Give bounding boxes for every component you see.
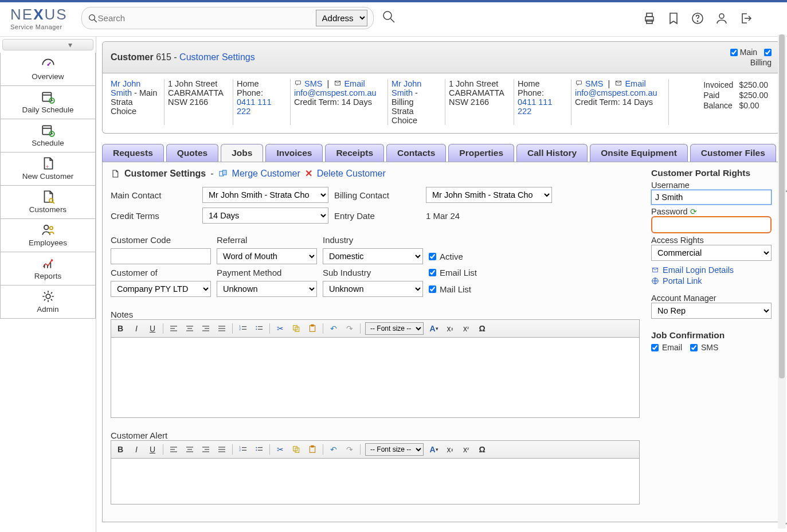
industry-select[interactable]: Domestic — [323, 248, 423, 264]
billing-contact-select[interactable]: Mr John Smith - Strata Cho — [426, 187, 552, 203]
main-email-addr[interactable]: info@cmspest.com.au — [294, 88, 384, 97]
align-right-icon[interactable] — [200, 444, 212, 455]
chk-main[interactable] — [730, 49, 738, 56]
superscript-icon[interactable]: x² — [460, 323, 472, 334]
paste-icon[interactable] — [307, 323, 318, 334]
refresh-icon[interactable]: ⟳ — [690, 207, 697, 216]
delete-customer-link[interactable]: Delete Customer — [317, 169, 386, 179]
align-justify-icon[interactable] — [216, 444, 228, 455]
bold-icon[interactable]: B — [115, 444, 126, 455]
account-manager-select[interactable]: No Rep — [651, 303, 772, 319]
payment-method-select[interactable]: Unknown — [217, 281, 317, 297]
bold-icon[interactable]: B — [115, 323, 126, 334]
main-sms-link[interactable]: SMS — [304, 79, 322, 88]
customer-code-input[interactable] — [111, 248, 211, 264]
portal-link[interactable]: Portal Link — [651, 276, 772, 285]
access-rights-select[interactable]: Commercial — [651, 245, 772, 261]
underline-icon[interactable]: U — [147, 444, 158, 455]
notes-editor[interactable] — [111, 338, 640, 418]
tab-receipts[interactable]: Receipts — [325, 144, 384, 162]
underline-icon[interactable]: U — [147, 323, 158, 334]
tab-call-history[interactable]: Call History — [516, 144, 588, 162]
subscript-icon[interactable]: x₂ — [444, 444, 456, 455]
numbered-list-icon[interactable]: 12 — [237, 444, 249, 455]
sidebar-item-admin[interactable]: Admin — [0, 285, 96, 319]
user-icon[interactable] — [715, 11, 729, 25]
align-center-icon[interactable] — [184, 323, 195, 334]
cut-icon[interactable]: ✂ — [275, 444, 286, 455]
billing-sms-link[interactable]: SMS — [585, 79, 603, 88]
email-login-link[interactable]: Email Login Details — [651, 265, 772, 275]
subscript-icon[interactable]: x₂ — [444, 323, 456, 334]
redo-icon[interactable]: ↷ — [344, 444, 355, 455]
font-color-icon[interactable]: A▾ — [428, 444, 440, 455]
credit-terms-select[interactable]: 14 Days — [202, 208, 328, 224]
superscript-icon[interactable]: x² — [460, 444, 472, 455]
customer-of-select[interactable]: Company PTY LTD — [111, 281, 211, 297]
numbered-list-icon[interactable]: 12 — [237, 323, 249, 334]
sidebar-item-new-customer[interactable]: + New Customer — [0, 152, 96, 186]
sub-industry-select[interactable]: Unknown — [323, 281, 423, 297]
sidebar-item-customers[interactable]: Customers — [0, 186, 96, 219]
special-char-icon[interactable]: Ω — [476, 444, 488, 455]
main-email-link[interactable]: Email — [344, 79, 365, 88]
customer-settings-link[interactable]: Customer Settings — [179, 52, 255, 62]
font-color-icon[interactable]: A▾ — [428, 323, 440, 334]
special-char-icon[interactable]: Ω — [476, 323, 488, 334]
alert-font-size-select[interactable]: -- Font size -- — [365, 443, 424, 456]
billing-email-link[interactable]: Email — [625, 79, 645, 88]
bullet-list-icon[interactable] — [253, 444, 265, 455]
billing-phone-link[interactable]: 0411 111 222 — [518, 97, 567, 116]
tab-contacts[interactable]: Contacts — [386, 144, 446, 162]
sidebar-item-daily-schedule[interactable]: Daily Schedule — [0, 86, 96, 119]
bookmark-icon[interactable] — [667, 11, 680, 25]
paste-icon[interactable] — [307, 444, 318, 455]
chk-email-list[interactable] — [429, 269, 436, 276]
copy-icon[interactable] — [291, 444, 302, 455]
logout-icon[interactable] — [739, 11, 753, 25]
chk-conf-email[interactable] — [651, 344, 659, 351]
italic-icon[interactable]: I — [131, 444, 142, 455]
cut-icon[interactable]: ✂ — [275, 323, 286, 334]
align-justify-icon[interactable] — [216, 323, 228, 334]
search-type-select[interactable]: Address — [316, 10, 367, 26]
align-left-icon[interactable] — [168, 444, 179, 455]
print-icon[interactable] — [643, 11, 656, 25]
tab-jobs[interactable]: Jobs — [221, 144, 263, 162]
sidebar-item-reports[interactable]: Reports — [0, 252, 96, 285]
italic-icon[interactable]: I — [131, 323, 142, 334]
sidebar-collapse-toggle[interactable]: ▾ — [2, 39, 93, 50]
copy-icon[interactable] — [291, 323, 302, 334]
merge-customer-link[interactable]: Merge Customer — [232, 169, 300, 179]
referral-select[interactable]: Word of Mouth — [217, 248, 317, 264]
tab-invoices[interactable]: Invoices — [265, 144, 323, 162]
align-right-icon[interactable] — [200, 323, 212, 334]
search-submit-icon[interactable] — [378, 10, 399, 27]
search-box[interactable]: Address — [81, 7, 374, 29]
billing-email-addr[interactable]: info@cmspest.com.au — [575, 88, 665, 97]
chk-conf-sms[interactable] — [690, 344, 698, 351]
tab-customer-files[interactable]: Customer Files — [690, 144, 776, 162]
scrollbar-thumb[interactable] — [779, 34, 785, 378]
chk-active[interactable] — [429, 253, 436, 260]
sidebar-item-overview[interactable]: Overview — [0, 53, 96, 86]
alert-editor[interactable] — [111, 459, 640, 504]
password-input[interactable] — [651, 216, 772, 233]
align-center-icon[interactable] — [184, 444, 195, 455]
undo-icon[interactable]: ↶ — [328, 323, 339, 334]
sidebar-item-employees[interactable]: Employees — [0, 219, 96, 252]
tab-onsite-equipment[interactable]: Onsite Equipment — [590, 144, 688, 162]
main-phone-link[interactable]: 0411 111 222 — [237, 97, 287, 116]
bullet-list-icon[interactable] — [253, 323, 265, 334]
tab-properties[interactable]: Properties — [448, 144, 514, 162]
chk-billing-tick[interactable] — [764, 49, 772, 56]
sidebar-item-schedule[interactable]: Schedule — [0, 119, 96, 152]
window-scrollbar[interactable] — [778, 34, 786, 529]
tab-quotes[interactable]: Quotes — [166, 144, 218, 162]
main-contact-select[interactable]: Mr John Smith - Strata Cho — [202, 187, 328, 203]
undo-icon[interactable]: ↶ — [328, 444, 339, 455]
notes-font-size-select[interactable]: -- Font size -- — [365, 322, 424, 335]
search-input[interactable] — [98, 13, 316, 23]
tab-requests[interactable]: Requests — [102, 144, 164, 162]
username-input[interactable] — [651, 190, 772, 205]
